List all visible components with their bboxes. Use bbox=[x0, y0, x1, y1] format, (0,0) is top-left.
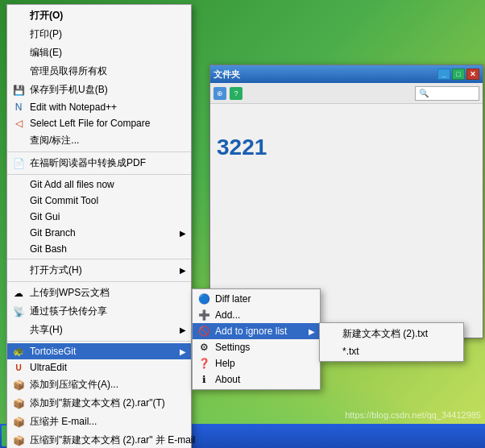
add-icon: ➕ bbox=[196, 309, 212, 321]
separator-4 bbox=[7, 281, 191, 282]
submenu-ignore: 新建文本文档 (2).txt *.txt bbox=[319, 322, 464, 362]
menu-item-open-with[interactable]: 打开方式(H) ▶ bbox=[7, 261, 191, 280]
toolbar-icon[interactable]: ⊕ bbox=[213, 87, 226, 100]
help-menu-icon: ❓ bbox=[196, 357, 212, 370]
menu-item-edit-notepad[interactable]: N Edit with Notepad++ bbox=[7, 99, 191, 115]
explorer-toolbar: ⊕ ? 🔍 bbox=[210, 83, 483, 104]
pdf-icon: 📄 bbox=[10, 157, 27, 170]
compress-rar-email-label: 压缩到"新建文本文档 (2).rar" 并 E-mail bbox=[30, 433, 195, 447]
menu-item-help[interactable]: ❓ Help bbox=[193, 355, 320, 371]
menu-item-pdf[interactable]: 📄 在福昕阅读器中转换成PDF bbox=[7, 154, 191, 172]
maximize-button[interactable]: □ bbox=[452, 68, 465, 80]
menu-item-add[interactable]: ➕ Add... bbox=[193, 307, 320, 323]
save-usb-icon: 💾 bbox=[10, 84, 27, 97]
menu-item-select-left[interactable]: ◁ Select Left File for Compare bbox=[7, 115, 191, 131]
specific-file-label: 新建文本文档 (2).txt bbox=[342, 327, 428, 341]
help-label: Help bbox=[215, 358, 235, 369]
menu-item-add-rar[interactable]: 📦 添加到压缩文件(A)... bbox=[7, 375, 191, 394]
menu-item-save-usb[interactable]: 💾 保存到手机U盘(B) bbox=[7, 81, 191, 99]
menu-item-git-bash[interactable]: Git Bash bbox=[7, 241, 191, 257]
print-label: 打印(P) bbox=[30, 27, 62, 41]
git-add-all-label: Git Add all files now bbox=[30, 179, 114, 190]
git-gui-label: Git Gui bbox=[30, 211, 60, 222]
separator-2 bbox=[7, 174, 191, 175]
tortoise-label: TortoiseGit bbox=[30, 346, 76, 357]
settings-icon: ⚙ bbox=[196, 341, 212, 354]
explorer-body: 3221 bbox=[210, 104, 483, 167]
titlebar-buttons: _ □ ✕ bbox=[437, 68, 479, 80]
open-label: 打开(O) bbox=[30, 9, 63, 23]
menu-item-add-ignore[interactable]: 🚫 Add to ignore list ▶ bbox=[193, 323, 320, 339]
view-mark-label: 查阅/标注... bbox=[30, 134, 79, 147]
upload-wps-icon: ☁ bbox=[10, 287, 27, 300]
menu-item-view-mark[interactable]: 查阅/标注... bbox=[7, 131, 191, 150]
menu-item-ultra-edit[interactable]: U UltraEdit bbox=[7, 359, 191, 375]
menu-item-print[interactable]: 打印(P) bbox=[7, 25, 191, 44]
menu-item-specific-file[interactable]: 新建文本文档 (2).txt bbox=[320, 325, 463, 343]
submenu-tortoise: 🔵 Diff later ➕ Add... 🚫 Add to ignore li… bbox=[192, 288, 321, 390]
edit-label: 编辑(E) bbox=[30, 46, 62, 60]
menu-item-edit[interactable]: 编辑(E) bbox=[7, 44, 191, 62]
all-txt-label: *.txt bbox=[342, 346, 359, 357]
compress-email-icon: 📦 bbox=[10, 416, 27, 429]
share-kuaizi-label: 通过筷子快传分享 bbox=[30, 305, 107, 318]
menu-item-share[interactable]: 共享(H) ▶ bbox=[7, 321, 191, 339]
about-icon: ℹ bbox=[196, 373, 212, 386]
menu-item-git-branch[interactable]: Git Branch ▶ bbox=[7, 225, 191, 241]
add-label: Add... bbox=[215, 309, 240, 321]
share-kuaizi-icon: 📡 bbox=[10, 305, 27, 318]
explorer-titlebar: 文件夹 _ □ ✕ bbox=[210, 65, 483, 83]
edit-notepad-icon: N bbox=[10, 101, 27, 114]
select-left-label: Select Left File for Compare bbox=[30, 118, 150, 129]
menu-item-compress-email[interactable]: 📦 压缩并 E-mail... bbox=[7, 413, 191, 431]
open-with-label: 打开方式(H) bbox=[30, 263, 82, 277]
separator-3 bbox=[7, 259, 191, 259]
git-commit-label: Git Commit Tool bbox=[30, 195, 98, 206]
compress-email-label: 压缩并 E-mail... bbox=[30, 415, 97, 429]
open-with-arrow: ▶ bbox=[180, 266, 186, 275]
separator-5 bbox=[7, 341, 191, 342]
menu-item-manage-access[interactable]: 管理员取得所有权 bbox=[7, 62, 191, 81]
diff-later-label: Diff later bbox=[215, 293, 251, 305]
menu-item-git-commit[interactable]: Git Commit Tool bbox=[7, 193, 191, 209]
save-usb-label: 保存到手机U盘(B) bbox=[30, 83, 108, 97]
upload-wps-label: 上传到WPS云文档 bbox=[30, 286, 110, 300]
context-menu-main: 打开(O) 打印(P) 编辑(E) 管理员取得所有权 💾 保存到手机U盘(B) … bbox=[6, 4, 192, 448]
compress-rar-email-icon: 📦 bbox=[10, 434, 27, 447]
menu-item-open[interactable]: 打开(O) bbox=[7, 6, 191, 25]
pdf-label: 在福昕阅读器中转换成PDF bbox=[30, 156, 146, 170]
desktop: 文件夹 _ □ ✕ ⊕ ? 🔍 3221 打开(O) 打印(P) 编辑(E) bbox=[0, 0, 485, 448]
menu-item-all-txt[interactable]: *.txt bbox=[320, 343, 463, 359]
menu-item-git-gui[interactable]: Git Gui bbox=[7, 209, 191, 225]
menu-item-compress-rar-email[interactable]: 📦 压缩到"新建文本文档 (2).rar" 并 E-mail bbox=[7, 431, 191, 448]
close-button[interactable]: ✕ bbox=[466, 68, 479, 80]
ultra-edit-icon: U bbox=[10, 361, 27, 374]
menu-item-add-rar2[interactable]: 📦 添加到"新建文本文档 (2).rar"(T) bbox=[7, 394, 191, 413]
edit-notepad-label: Edit with Notepad++ bbox=[30, 102, 117, 113]
minimize-button[interactable]: _ bbox=[437, 68, 450, 80]
watermark: https://blog.csdn.net/qq_34412985 bbox=[345, 410, 481, 420]
tortoise-icon: 🐢 bbox=[10, 345, 27, 358]
number-display: 3221 bbox=[217, 135, 476, 160]
menu-item-about[interactable]: ℹ About bbox=[193, 371, 320, 388]
menu-item-share-kuaizi[interactable]: 📡 通过筷子快传分享 bbox=[7, 302, 191, 321]
watermark-text: https://blog.csdn.net/qq_34412985 bbox=[345, 410, 481, 420]
git-branch-arrow: ▶ bbox=[180, 229, 186, 238]
help-icon[interactable]: ? bbox=[230, 87, 242, 100]
manage-access-label: 管理员取得所有权 bbox=[30, 64, 107, 78]
search-box[interactable]: 🔍 bbox=[415, 86, 479, 101]
add-ignore-icon: 🚫 bbox=[196, 325, 212, 338]
git-branch-label: Git Branch bbox=[30, 227, 76, 239]
tortoise-arrow: ▶ bbox=[180, 347, 186, 356]
ultra-edit-label: UltraEdit bbox=[30, 362, 67, 373]
share-arrow: ▶ bbox=[180, 326, 186, 334]
menu-item-tortoise[interactable]: 🐢 TortoiseGit ▶ bbox=[7, 343, 191, 359]
git-bash-label: Git Bash bbox=[30, 243, 67, 255]
menu-item-diff-later[interactable]: 🔵 Diff later bbox=[193, 291, 320, 307]
menu-item-settings[interactable]: ⚙ Settings bbox=[193, 339, 320, 355]
search-icon: 🔍 bbox=[419, 89, 429, 97]
menu-item-git-add-all[interactable]: Git Add all files now bbox=[7, 176, 191, 193]
menu-item-upload-wps[interactable]: ☁ 上传到WPS云文档 bbox=[7, 284, 191, 302]
share-label: 共享(H) bbox=[30, 323, 63, 337]
add-rar2-label: 添加到"新建文本文档 (2).rar"(T) bbox=[30, 396, 165, 410]
